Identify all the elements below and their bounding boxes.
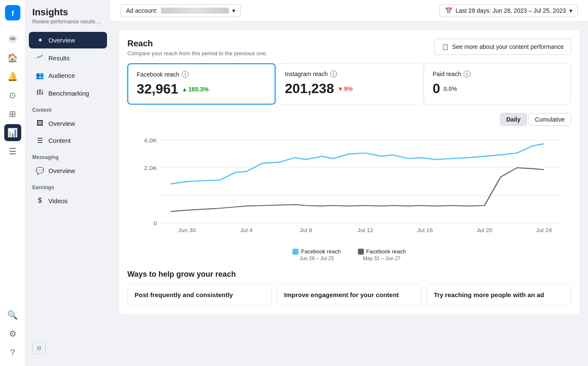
legend-facebook-previous: Facebook reach May 31 – Jun 27	[358, 248, 406, 261]
content-section-label: Content	[25, 102, 110, 115]
svg-text:Jul 12: Jul 12	[357, 227, 373, 233]
daily-button[interactable]: Daily	[500, 113, 527, 126]
cumulative-button[interactable]: Cumulative	[529, 113, 571, 126]
main-area: Ad account: ▾ 📅 Last 28 days: Jun 28, 20…	[110, 0, 588, 366]
see-more-icon: 📋	[442, 43, 449, 50]
svg-text:4.0K: 4.0K	[144, 137, 158, 144]
paid-reach-label: Paid reach i	[433, 71, 562, 77]
logo[interactable]: f	[5, 5, 20, 22]
collapse-sidebar-button[interactable]: ⊟	[32, 342, 46, 354]
settings-icon[interactable]: ⚙	[4, 325, 21, 342]
facebook-reach-value: 32,961 ▲ 165.3%	[137, 81, 266, 97]
ad-account-selector[interactable]: Ad account: ▾	[121, 4, 241, 17]
instagram-reach-change: ▼ 9%	[338, 85, 353, 92]
svg-text:Jul 16: Jul 16	[417, 227, 433, 233]
reach-title-block: Reach Compare your reach from this perio…	[127, 39, 267, 57]
nav-item-results[interactable]: Results	[29, 49, 107, 66]
top-bar: Ad account: ▾ 📅 Last 28 days: Jun 28, 20…	[110, 0, 588, 22]
svg-text:Jul 24: Jul 24	[536, 227, 552, 233]
nav-label-overview: Overview	[48, 37, 75, 44]
grow-card-title-0: Post frequently and consistently	[135, 291, 264, 298]
ad-account-label: Ad account:	[126, 7, 158, 14]
chart-container: 4.0K 2.0K 0 Jun 30 Jul 4 Jul 8 Jul 12 Ju…	[127, 131, 571, 241]
inbox-icon[interactable]: ⊙	[4, 87, 21, 104]
svg-text:Jul 4: Jul 4	[240, 227, 253, 233]
nav-label-audience: Audience	[48, 72, 75, 79]
icon-rail: f 🏠 🔔 ⊙ ⊞ 📊 ☰ 🔍 ⚙ ?	[0, 0, 25, 366]
grow-cards: Post frequently and consistently Improve…	[127, 284, 571, 306]
svg-point-2	[8, 35, 17, 43]
date-range-selector[interactable]: 📅 Last 28 days: Jun 28, 2023 – Jul 25, 2…	[439, 4, 578, 17]
nav-label-messaging-overview: Overview	[48, 167, 75, 174]
home-icon[interactable]: 🏠	[4, 49, 21, 66]
instagram-reach-value: 201,238 ▼ 9%	[285, 81, 414, 96]
chart-legend: Facebook reach Jun 28 – Jul 25 Facebook …	[127, 248, 571, 261]
facebook-reach-change: ▲ 165.3%	[182, 86, 208, 93]
svg-point-6	[13, 38, 14, 40]
grow-card-title-2: Try reaching more people with an ad	[434, 291, 564, 298]
results-icon	[36, 54, 44, 62]
nav-item-videos[interactable]: $ Videos	[29, 193, 107, 209]
calendar-icon: 📅	[445, 7, 452, 14]
metric-paid-reach[interactable]: Paid reach i 0 0.0%	[424, 63, 571, 105]
grow-card-2: Try reaching more people with an ad	[427, 284, 571, 306]
nav-item-benchmarking[interactable]: Benchmarking	[29, 85, 107, 102]
grid-icon[interactable]: ⊞	[4, 105, 21, 122]
nav-item-content[interactable]: ☰ Content	[29, 132, 107, 149]
ad-account-chevron: ▾	[232, 7, 235, 14]
grow-card-title-1: Improve engagement for your content	[284, 291, 414, 298]
reach-title: Reach	[127, 39, 267, 48]
metrics-row: Facebook reach i 32,961 ▲ 165.3% Instagr…	[127, 63, 571, 105]
owl-icon[interactable]	[4, 31, 21, 48]
date-chevron: ▾	[569, 7, 572, 14]
sidebar-title: Insights	[32, 7, 104, 18]
content-area: Reach Compare your reach from this perio…	[110, 22, 588, 366]
notification-icon[interactable]: 🔔	[4, 68, 21, 85]
nav-label-content: Content	[48, 137, 71, 144]
analytics-icon[interactable]: 📊	[4, 124, 21, 141]
reach-chart: 4.0K 2.0K 0 Jun 30 Jul 4 Jul 8 Jul 12 Ju…	[127, 131, 571, 241]
svg-text:2.0K: 2.0K	[144, 165, 158, 171]
chart-controls: Daily Cumulative	[127, 113, 571, 126]
nav-label-results: Results	[48, 54, 70, 62]
messaging-icon: 💬	[36, 167, 44, 175]
reach-subtitle: Compare your reach from this period to t…	[127, 50, 267, 57]
content-icon: ☰	[36, 136, 44, 145]
svg-text:f: f	[11, 9, 14, 18]
sidebar: Insights Review performance results ... …	[25, 0, 110, 366]
nav-label-content-overview: Overview	[48, 120, 75, 127]
earnings-section-label: Earnings	[25, 179, 110, 192]
paid-reach-value: 0 0.0%	[433, 81, 562, 96]
nav-item-messaging-overview[interactable]: 💬 Overview	[29, 162, 107, 179]
overview-icon: ✦	[36, 36, 44, 44]
menu-icon[interactable]: ☰	[4, 143, 21, 160]
grow-section-title: Ways to help grow your reach	[127, 270, 571, 279]
paid-reach-info-icon[interactable]: i	[464, 71, 470, 77]
see-more-button[interactable]: 📋 See more about your content performanc…	[434, 39, 571, 55]
legend-facebook-current-date: Jun 28 – Jul 25	[299, 255, 334, 261]
nav-item-audience[interactable]: 👥 Audience	[29, 67, 107, 84]
nav-item-overview-main[interactable]: ✦ Overview	[29, 32, 107, 48]
date-range-label: Last 28 days: Jun 28, 2023 – Jul 25, 202…	[456, 7, 566, 14]
svg-point-5	[11, 38, 12, 40]
legend-gray-dot	[358, 249, 364, 255]
ad-account-value	[161, 8, 229, 14]
grow-card-0: Post frequently and consistently	[127, 284, 272, 306]
svg-rect-7	[37, 91, 38, 95]
legend-facebook-previous-date: May 31 – Jun 27	[363, 255, 401, 261]
search-icon[interactable]: 🔍	[4, 306, 21, 323]
sidebar-header: Insights Review performance results ...	[25, 7, 110, 31]
legend-facebook-previous-label: Facebook reach	[366, 248, 406, 255]
metric-instagram-reach[interactable]: Instagram reach i 201,238 ▼ 9%	[276, 63, 423, 105]
help-icon[interactable]: ?	[4, 344, 21, 361]
messaging-section-label: Messaging	[25, 149, 110, 162]
svg-rect-9	[42, 91, 43, 95]
paid-reach-change: 0.0%	[444, 85, 457, 92]
content-overview-icon: 🖼	[36, 119, 44, 127]
legend-cyan-dot	[293, 249, 298, 255]
metric-facebook-reach[interactable]: Facebook reach i 32,961 ▲ 165.3%	[127, 63, 276, 105]
svg-text:Jul 20: Jul 20	[476, 227, 492, 233]
nav-item-content-overview[interactable]: 🖼 Overview	[29, 115, 107, 131]
instagram-reach-info-icon[interactable]: i	[330, 71, 337, 77]
facebook-reach-info-icon[interactable]: i	[182, 71, 188, 78]
